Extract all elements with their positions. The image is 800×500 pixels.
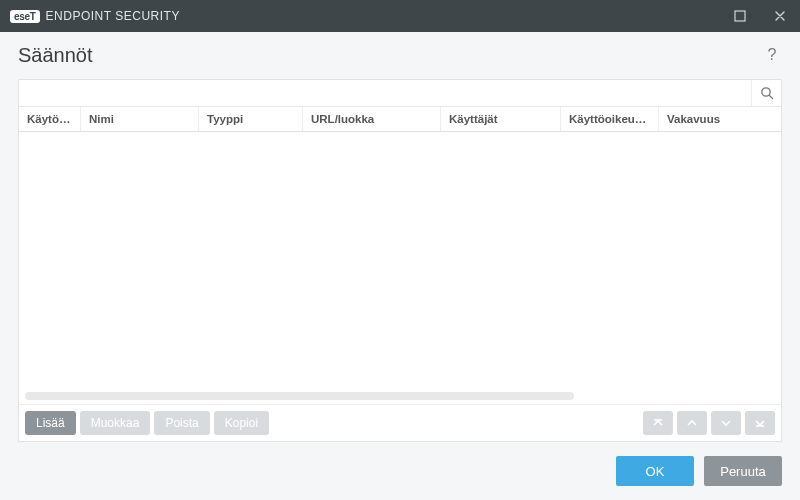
svg-rect-0 bbox=[735, 11, 745, 21]
search-button[interactable] bbox=[751, 80, 781, 106]
move-down-button[interactable] bbox=[711, 411, 741, 435]
col-severity[interactable]: Vakavuus bbox=[659, 107, 781, 131]
chevron-top-icon bbox=[652, 417, 664, 429]
app-window: eseT ENDPOINT SECURITY Säännöt ? bbox=[0, 0, 800, 500]
chevron-up-icon bbox=[686, 417, 698, 429]
minimize-icon bbox=[734, 10, 746, 22]
delete-button[interactable]: Poista bbox=[154, 411, 209, 435]
table-body[interactable] bbox=[19, 134, 781, 390]
move-top-button[interactable] bbox=[643, 411, 673, 435]
add-button[interactable]: Lisää bbox=[25, 411, 76, 435]
move-up-button[interactable] bbox=[677, 411, 707, 435]
col-name[interactable]: Nimi bbox=[81, 107, 199, 131]
col-users[interactable]: Käyttäjät bbox=[441, 107, 561, 131]
ok-button[interactable]: OK bbox=[616, 456, 694, 486]
rules-table: Käytössä Nimi Tyyppi URL/luokka Käyttäjä… bbox=[19, 107, 781, 404]
col-url[interactable]: URL/luokka bbox=[303, 107, 441, 131]
dialog-footer: OK Peruuta bbox=[18, 442, 782, 486]
close-icon bbox=[774, 10, 786, 22]
col-rights[interactable]: Käyttöoikeudet bbox=[561, 107, 659, 131]
cancel-button[interactable]: Peruuta bbox=[704, 456, 782, 486]
dialog-body: Säännöt ? Käytössä Nimi Tyyppi bbox=[0, 32, 800, 500]
search-row bbox=[19, 80, 781, 107]
titlebar: eseT ENDPOINT SECURITY bbox=[0, 0, 800, 32]
chevron-down-icon bbox=[720, 417, 732, 429]
col-type[interactable]: Tyyppi bbox=[199, 107, 303, 131]
chevron-bottom-icon bbox=[754, 417, 766, 429]
brand: eseT ENDPOINT SECURITY bbox=[10, 9, 180, 23]
edit-button[interactable]: Muokkaa bbox=[80, 411, 151, 435]
move-bottom-button[interactable] bbox=[745, 411, 775, 435]
copy-button[interactable]: Kopioi bbox=[214, 411, 269, 435]
horizontal-scrollbar[interactable] bbox=[25, 392, 574, 400]
action-row: Lisää Muokkaa Poista Kopioi bbox=[19, 404, 781, 441]
help-icon: ? bbox=[768, 46, 777, 63]
header-row: Säännöt ? bbox=[18, 44, 782, 67]
reorder-buttons bbox=[643, 411, 775, 435]
col-enabled[interactable]: Käytössä bbox=[19, 107, 81, 131]
search-input[interactable] bbox=[19, 80, 751, 106]
brand-badge: eseT bbox=[10, 10, 40, 23]
table-header: Käytössä Nimi Tyyppi URL/luokka Käyttäjä… bbox=[19, 107, 781, 132]
rules-panel: Käytössä Nimi Tyyppi URL/luokka Käyttäjä… bbox=[18, 79, 782, 442]
svg-line-2 bbox=[769, 95, 772, 98]
page-title: Säännöt bbox=[18, 44, 93, 67]
search-icon bbox=[760, 86, 774, 100]
minimize-button[interactable] bbox=[720, 0, 760, 32]
brand-product: ENDPOINT SECURITY bbox=[46, 9, 180, 23]
help-button[interactable]: ? bbox=[762, 46, 782, 66]
close-button[interactable] bbox=[760, 0, 800, 32]
